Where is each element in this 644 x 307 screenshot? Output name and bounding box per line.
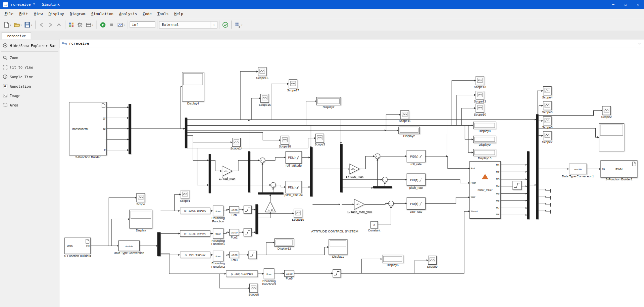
wifi[interactable]: WiFioutS-Function Builder4 (64, 237, 91, 254)
scope14[interactable]: Scope14 (232, 138, 241, 147)
scope[interactable]: Scope (136, 193, 145, 202)
fcn1-expr[interactable]: (u - 1000) / 685*100 (180, 208, 210, 214)
data-type-conversion1[interactable]: uint16Data Type Conversion1 (569, 164, 587, 174)
minimize-button[interactable]: ─ (607, 0, 620, 9)
chevron-down-icon[interactable]: ▾ (211, 21, 217, 28)
display10[interactable]: Display10 (473, 149, 496, 156)
menu-code[interactable]: Code (140, 12, 155, 16)
scope19[interactable]: Scope19 (294, 209, 302, 218)
menu-edit[interactable]: Edit (16, 12, 31, 16)
menu-display[interactable]: Display (46, 12, 67, 16)
sidebar-item-area-tool[interactable]: Area (0, 100, 59, 110)
pd-pitch-attitude[interactable]: PD(z)pitch_attitude (286, 181, 302, 193)
display8[interactable]: Display8 (473, 122, 496, 129)
pwm[interactable]: PWMin1S-Function Builder1 (600, 160, 637, 177)
menu-tools[interactable]: Tools (154, 12, 171, 16)
scope13[interactable]: Scope13 (476, 76, 484, 85)
data-type-conversion[interactable]: doubleData Type Conversion (118, 240, 140, 251)
mux-motors-bar[interactable] (527, 151, 529, 219)
saturation4[interactable] (333, 269, 341, 277)
navigate-up-button[interactable] (55, 20, 63, 29)
fcn5-expr[interactable]: (u - 309) / 1370*100 (226, 270, 258, 277)
scope9[interactable]: Scope9 (428, 256, 437, 265)
mux-sensor-bar[interactable] (129, 104, 131, 154)
scope10[interactable]: Scope10 (476, 103, 484, 113)
gain-rads-max-yaw[interactable]: -K-1 / rads_max_yaw (354, 199, 365, 210)
run-button[interactable] (99, 20, 106, 29)
stop-time-input[interactable]: inf (130, 21, 155, 28)
update-diagram-button[interactable] (221, 20, 229, 29)
scope11[interactable]: Scope11 (400, 110, 409, 119)
transducerm[interactable]: TransducerMgygzrpS-Function Builder (69, 102, 107, 156)
fcn5[interactable]: u/100Fcn5 (284, 270, 294, 277)
gain-invert[interactable]: [1 -1] (265, 202, 276, 212)
mux-out-bar[interactable] (536, 114, 538, 219)
rounding-function3[interactable]: floorRounding Function3 (264, 268, 275, 279)
saturation3[interactable] (248, 251, 256, 259)
display7[interactable]: Display7 (316, 97, 341, 105)
scope16[interactable]: Scope16 (260, 94, 269, 103)
menu-simulation[interactable]: Simulation (88, 12, 116, 16)
gain-rads-max[interactable]: -K-1 / rads_max (349, 164, 360, 174)
scope7[interactable]: Scope7 (543, 131, 552, 140)
scope3[interactable]: Scope3 (315, 134, 324, 143)
pid-roll-rate[interactable]: PID(z)roll_rate (407, 150, 426, 163)
sidebar-item-explorer-bar-toggle[interactable]: Hide/Show Explorer Bar (0, 41, 59, 50)
sidebar-item-fit-to-view-tool[interactable]: Fit to View (0, 62, 59, 72)
scope17[interactable]: Scope17 (289, 79, 297, 88)
rounding-function2[interactable]: floorRounding Function2 (213, 251, 224, 262)
sidebar-item-image-tool[interactable]: Image (0, 91, 59, 100)
scope6[interactable]: Scope6 (543, 116, 552, 125)
mux-meas-bar[interactable] (248, 151, 250, 192)
sum-roll-rate[interactable]: ++ (375, 154, 380, 159)
menu-file[interactable]: File (2, 12, 16, 16)
scope4[interactable]: Scope4 (543, 86, 552, 95)
sum-yaw[interactable]: ++ (388, 201, 394, 206)
scope1[interactable]: Scope1 (181, 190, 190, 199)
scope12[interactable]: Scope12 (476, 91, 484, 99)
bus-selector-bar[interactable] (185, 118, 187, 148)
display1[interactable]: Display1 (329, 239, 347, 255)
display4[interactable]: Display4 (182, 72, 204, 101)
open-button[interactable]: ▾ (13, 20, 23, 29)
library-browser-button[interactable] (67, 20, 75, 29)
bar-rate-fb-bar[interactable] (373, 186, 392, 188)
display12[interactable]: Display12 (275, 238, 294, 247)
sim-mode-select[interactable]: External▾ (159, 21, 217, 28)
bar-att-fb-bar[interactable] (258, 192, 284, 194)
mux-cmd-bar[interactable] (255, 204, 258, 234)
mux-ref-bar[interactable] (209, 154, 211, 193)
sim-pace-button[interactable]: ▾ (116, 20, 126, 29)
scope18[interactable]: Scope18 (281, 136, 289, 145)
terminator2[interactable] (546, 194, 553, 200)
gain-rad-max[interactable]: -K-1 / rad_max (222, 166, 233, 176)
scope8[interactable]: Scope8 (249, 283, 258, 293)
sidebar-item-sample-time-tool[interactable]: Sample Time (0, 72, 59, 81)
saturation1[interactable] (244, 206, 252, 214)
fcn2[interactable]: u/100Fcn2 (229, 229, 239, 236)
terminator1[interactable] (546, 187, 553, 192)
attitude-note[interactable]: ATTITUDE CONTROL SYSTEM (309, 228, 360, 233)
scope2[interactable]: Scope2 (602, 106, 611, 115)
pid-pitch-rate[interactable]: PID(z)pitch_rate (407, 173, 426, 186)
save-button[interactable]: ▾ (23, 20, 33, 29)
scope15[interactable]: Scope15 (258, 67, 267, 76)
rounding-function[interactable]: floorRounding Function (213, 206, 224, 216)
scope5[interactable]: Scope5 (543, 101, 552, 110)
stop-button[interactable] (107, 20, 115, 29)
model-settings-button[interactable] (76, 20, 84, 29)
display6[interactable]: Display6 (382, 255, 403, 263)
display2[interactable]: Display2 (398, 127, 420, 134)
chevron-down-icon[interactable] (637, 42, 641, 46)
sidebar-item-zoom-tool[interactable]: Zoom (0, 53, 59, 62)
fcn2-expr[interactable]: (u - 1015) / 688*100 (180, 230, 210, 237)
fcn[interactable]: u/100Fcn (229, 206, 239, 213)
mux-rc-bar[interactable] (157, 232, 161, 256)
breadcrumb-label[interactable]: rcreceive (69, 42, 89, 46)
motor-mixer[interactable]: motor_mixerRollPitchYawThrustM1M2M3M4M5M… (469, 161, 501, 219)
display5[interactable] (599, 123, 624, 151)
mux-att-out-bar[interactable] (310, 147, 312, 196)
fcn3[interactable]: u/100Fcn3 (229, 252, 239, 258)
fcn3-expr[interactable]: (u - 994) / 686*100 (180, 252, 210, 258)
sum-pitch[interactable]: ++ (270, 182, 276, 188)
